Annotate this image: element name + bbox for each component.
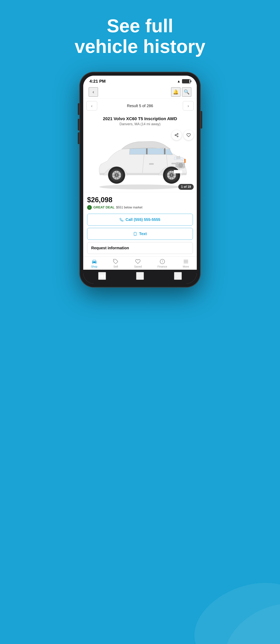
- svg-rect-9: [164, 148, 165, 154]
- call-button-label: Call (555) 555-5555: [126, 218, 160, 222]
- nav-item-saved[interactable]: Saved: [134, 259, 142, 268]
- phone-shell: 4:21 PM ▲ ‹ 🔔 🔍 ‹ Result 5 of: [80, 72, 200, 287]
- android-nav-bar: ▮▮▮ ○ ◁: [83, 270, 197, 284]
- price-section: $26,098 ↑ GREAT DEAL $551 below market: [83, 192, 197, 211]
- back-button[interactable]: ‹: [89, 87, 98, 97]
- nav-item-shop[interactable]: Shop: [91, 259, 98, 268]
- nav-item-finance[interactable]: Finance: [158, 259, 167, 268]
- battery-icon: [182, 79, 190, 84]
- nav-item-sell[interactable]: Sell: [113, 259, 118, 268]
- great-deal-label: GREAT DEAL: [93, 206, 114, 210]
- text-button[interactable]: Text: [87, 228, 193, 240]
- below-market-text: $551 below market: [116, 206, 142, 209]
- svg-rect-22: [149, 163, 154, 164]
- phone-mockup: 4:21 PM ▲ ‹ 🔔 🔍 ‹ Result 5 of: [80, 72, 200, 287]
- android-recent-button[interactable]: ▮▮▮: [98, 272, 106, 280]
- svg-line-5: [176, 136, 177, 136]
- vehicle-price: $26,098: [87, 196, 193, 204]
- hero-text: See full vehicle history: [55, 0, 225, 68]
- vehicle-info: 2021 Volvo XC60 T5 Inscription AWD Danve…: [83, 113, 197, 126]
- svg-rect-19: [184, 159, 186, 163]
- result-counter: Result 5 of 286: [127, 104, 153, 108]
- hero-line1: See full: [75, 16, 205, 36]
- nav-more-label: More: [183, 265, 189, 268]
- notification-button[interactable]: 🔔: [171, 87, 180, 97]
- svg-rect-23: [172, 163, 176, 164]
- phone-screen: 4:21 PM ▲ ‹ 🔔 🔍 ‹ Result 5 of: [83, 76, 197, 284]
- nav-shop-label: Shop: [91, 265, 98, 268]
- svg-point-0: [183, 568, 280, 644]
- call-button[interactable]: Call (555) 555-5555: [87, 214, 193, 226]
- nav-right-icons: 🔔 🔍: [171, 87, 191, 97]
- prev-result-button[interactable]: ‹: [86, 101, 97, 110]
- share-button[interactable]: [172, 130, 182, 140]
- nav-item-more[interactable]: More: [183, 259, 189, 268]
- vehicle-location: Danvers, MA (14 mi away): [87, 122, 193, 126]
- info-button-label: Request information: [91, 246, 129, 250]
- next-result-button[interactable]: ›: [183, 101, 194, 110]
- nav-saved-label: Saved: [134, 265, 142, 268]
- result-navigation: ‹ Result 5 of 286 ›: [83, 99, 197, 113]
- svg-rect-8: [146, 148, 148, 154]
- app-nav-bar: ‹ 🔔 🔍: [83, 85, 197, 99]
- svg-rect-44: [174, 170, 183, 174]
- wifi-icon: ▲: [177, 79, 180, 84]
- status-icons: ▲: [177, 79, 190, 84]
- image-counter: 1 of 19: [178, 184, 194, 190]
- action-buttons: Call (555) 555-5555 Text Request informa…: [83, 211, 197, 256]
- svg-text:V: V: [180, 165, 181, 167]
- car-action-buttons: [172, 130, 194, 140]
- status-time: 4:21 PM: [90, 79, 106, 84]
- status-bar: 4:21 PM ▲: [83, 76, 197, 85]
- svg-point-7: [99, 184, 181, 190]
- deal-dot-icon: ↑: [87, 205, 92, 210]
- android-home-button[interactable]: ○: [136, 272, 144, 280]
- info-button[interactable]: Request information: [87, 242, 193, 254]
- svg-rect-45: [134, 232, 136, 236]
- deal-badge: ↑ GREAT DEAL $551 below market: [87, 205, 193, 210]
- favorite-button[interactable]: [184, 130, 194, 140]
- hero-line2: vehicle history: [75, 36, 205, 57]
- search-button[interactable]: 🔍: [182, 87, 191, 97]
- text-button-label: Text: [139, 232, 147, 236]
- android-back-button[interactable]: ◁: [174, 272, 182, 280]
- svg-point-1: [212, 589, 280, 644]
- svg-line-6: [176, 134, 177, 135]
- vehicle-title: 2021 Volvo XC60 T5 Inscription AWD: [87, 116, 193, 121]
- bottom-navigation: Shop Sell Saved: [83, 256, 197, 270]
- nav-sell-label: Sell: [114, 265, 118, 268]
- nav-finance-label: Finance: [158, 265, 167, 268]
- car-image-area: V: [83, 128, 197, 192]
